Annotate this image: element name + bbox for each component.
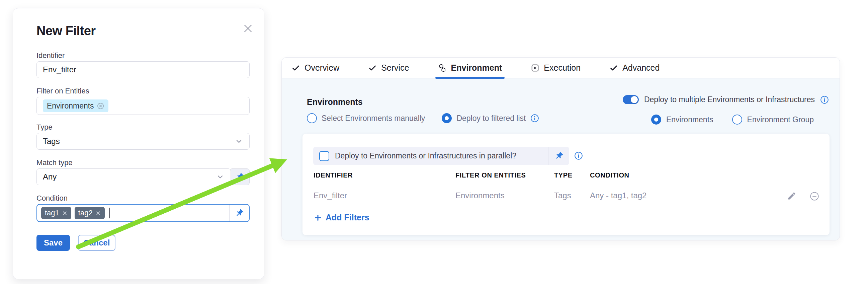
match-type-group: Any [36, 168, 250, 185]
environment-target-options: Environments Environment Group [651, 115, 814, 124]
condition-pin-button[interactable] [229, 205, 249, 221]
remove-tag-icon[interactable] [95, 210, 101, 216]
radio-deploy-filtered-list[interactable] [442, 113, 452, 123]
stage-panel: Overview Service Environment [281, 57, 840, 240]
save-button[interactable]: Save [36, 235, 70, 251]
row-condition: Any - tag1, tag2 [590, 191, 647, 200]
toggle-label: Deploy to multiple Environments or Infra… [644, 95, 815, 104]
pin-icon [553, 149, 565, 162]
match-type-value: Any [43, 172, 57, 181]
filter-on-entities-field[interactable]: Environments [36, 97, 250, 115]
entity-chip-label: Environments [47, 102, 94, 111]
condition-label: Condition [36, 194, 68, 203]
row-identifier: Env_filter [313, 191, 347, 200]
condition-chips: tag1 tag2 [37, 207, 229, 219]
parallel-deploy-strip: Deploy to Environments or Infrastructure… [313, 147, 569, 165]
radio-label: Select Environments manually [321, 114, 425, 123]
chevron-down-icon [235, 137, 243, 146]
radio-label: Deploy to filtered list [457, 114, 526, 123]
check-icon [368, 64, 377, 72]
plus-icon [313, 213, 322, 222]
stage-tabbar: Overview Service Environment [282, 58, 840, 78]
add-filters-button[interactable]: Add Filters [313, 213, 369, 222]
match-type-pin-button[interactable] [229, 168, 250, 185]
row-type: Tags [554, 191, 571, 200]
match-type-select[interactable]: Any [36, 168, 231, 185]
toggle-knob [631, 96, 638, 103]
dialog-buttons: Save Cancel [36, 235, 116, 251]
column-header-filter-on-entities: FILTER ON ENTITIES [456, 171, 526, 179]
execution-icon [531, 64, 539, 72]
radio-select-manually[interactable] [307, 113, 317, 123]
pin-icon [233, 207, 246, 219]
radio-label: Environment Group [747, 115, 814, 124]
remove-filter-icon[interactable] [809, 191, 819, 201]
column-header-type: TYPE [554, 171, 572, 179]
close-icon[interactable] [242, 23, 254, 34]
match-type-label: Match type [36, 159, 72, 167]
tab-service[interactable]: Service [368, 58, 409, 78]
filters-card: Deploy to Environments or Infrastructure… [303, 134, 830, 235]
info-icon[interactable] [574, 151, 583, 160]
tab-label: Advanced [622, 63, 659, 73]
environment-icon [438, 64, 447, 72]
remove-entity-icon[interactable] [97, 102, 104, 110]
tab-overview[interactable]: Overview [291, 58, 339, 78]
tab-label: Execution [544, 63, 581, 73]
add-filters-label: Add Filters [326, 213, 369, 222]
info-icon[interactable] [530, 114, 539, 122]
entity-chip: Environments [43, 100, 108, 112]
identifier-field[interactable] [36, 61, 250, 78]
radio-environment-group[interactable] [732, 115, 742, 124]
environment-mode-options: Select Environments manually Deploy to f… [307, 113, 539, 123]
row-filter-on-entities: Environments [456, 191, 505, 200]
type-label: Type [36, 123, 53, 132]
parallel-pin-button[interactable] [548, 147, 569, 165]
tag-chip: tag1 [41, 207, 71, 219]
parallel-deploy-label: Deploy to Environments or Infrastructure… [335, 151, 548, 161]
column-header-identifier: IDENTIFIER [313, 171, 353, 179]
tag-chip: tag2 [74, 207, 105, 219]
tab-execution[interactable]: Execution [531, 58, 581, 78]
screen: New Filter Identifier Filter on Entities… [0, 0, 868, 284]
tab-environment[interactable]: Environment [438, 58, 502, 78]
environments-heading: Environments [307, 97, 363, 107]
tab-label: Service [381, 63, 409, 73]
type-select[interactable]: Tags [36, 133, 250, 150]
multi-environment-toggle-row: Deploy to multiple Environments or Infra… [623, 95, 829, 104]
tab-label: Overview [305, 63, 339, 73]
tab-advanced[interactable]: Advanced [609, 58, 659, 78]
multi-environment-toggle[interactable] [623, 95, 639, 104]
new-filter-dialog: New Filter Identifier Filter on Entities… [13, 8, 265, 279]
text-cursor [110, 208, 110, 218]
parallel-deploy-checkbox[interactable] [319, 151, 329, 161]
info-icon[interactable] [820, 95, 829, 104]
filter-on-entities-label: Filter on Entities [36, 87, 89, 95]
tag-chip-label: tag1 [45, 209, 59, 217]
tag-chip-label: tag2 [78, 209, 93, 217]
radio-environments[interactable] [651, 115, 661, 124]
column-header-condition: CONDITION [590, 171, 629, 179]
check-icon [609, 64, 618, 72]
radio-label: Environments [666, 115, 713, 124]
pin-icon [233, 170, 246, 183]
cancel-button[interactable]: Cancel [78, 235, 116, 251]
identifier-label: Identifier [36, 51, 65, 60]
remove-tag-icon[interactable] [62, 210, 68, 216]
chevron-down-icon [216, 172, 224, 181]
check-icon [291, 64, 300, 72]
edit-filter-icon[interactable] [787, 191, 797, 201]
dialog-title: New Filter [36, 24, 96, 38]
tab-label: Environment [451, 63, 502, 73]
condition-field[interactable]: tag1 tag2 [36, 204, 250, 222]
type-value: Tags [43, 137, 60, 146]
